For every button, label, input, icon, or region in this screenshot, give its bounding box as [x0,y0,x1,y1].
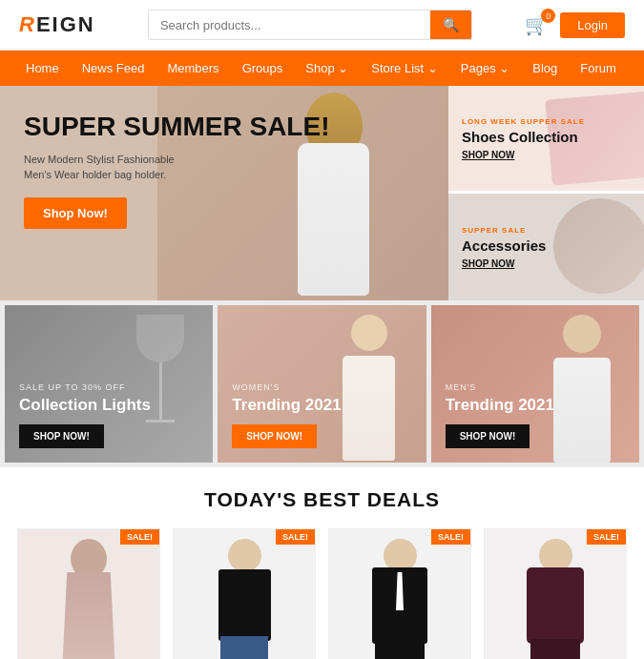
nav-members[interactable]: Members [156,51,230,86]
deals-title: TODAY'S BEST DEALS [17,488,627,511]
deals-grid: SALE! Fitch Shirt with Flannel Check $45… [17,528,627,659]
hero-description: New Modern Stylist Fashionable Men's Wea… [24,152,200,183]
deal-image-2: SALE! [174,529,315,659]
search-bar: 🔍 [148,10,472,40]
cart-wrap[interactable]: 🛒 0 [525,13,549,36]
men-content: MEN'S Trending 2021 SHOP NOW! [446,382,554,448]
logo[interactable]: REIGN [19,12,95,37]
deal-card-2: SALE! Cum exercitationem ad labore $30 $… [173,528,316,659]
category-women: WOMEN'S Trending 2021 SHOP NOW! [218,305,426,463]
men-tag: MEN'S [446,382,554,392]
nav-home[interactable]: Home [14,51,71,86]
main-nav: Home News Feed Members Groups Shop ⌄ Sto… [0,51,644,86]
nav-blog[interactable]: Blog [521,51,569,86]
deals-section: TODAY'S BEST DEALS SALE! Fitch Shirt wit… [0,467,644,659]
hero-side-shoes: LONG WEEK SUPPER SALE Shoes Collection S… [448,86,644,194]
sale-badge-3: SALE! [431,529,470,545]
hero-main: SUPER SUMMER SALE! New Modern Stylist Fa… [0,86,448,300]
accessories-tag: SUPPER SALE [462,226,631,235]
shoes-link[interactable]: SHOP NOW [462,150,631,160]
shoes-tag: LONG WEEK SUPPER SALE [462,117,631,126]
men-title: Trending 2021 [446,396,554,415]
nav-shop[interactable]: Shop ⌄ [294,51,360,86]
women-btn[interactable]: SHOP NOW! [232,424,317,448]
hero-side: LONG WEEK SUPPER SALE Shoes Collection S… [448,86,644,300]
nav-groups[interactable]: Groups [231,51,295,86]
header: REIGN 🔍 🛒 0 Login [0,0,644,51]
women-tag: WOMEN'S [232,382,341,392]
nav-newsfeed[interactable]: News Feed [71,51,156,86]
logo-r: R [19,12,36,36]
men-btn[interactable]: SHOP NOW! [446,424,530,448]
lights-content: SALE UP TO 30% OFF Collection Lights SHO… [19,382,151,448]
deal-card-3: SALE! Robomax Roller suit design $39 $35 [328,528,471,659]
nav-storelist[interactable]: Store List ⌄ [360,51,449,86]
sale-badge-1: SALE! [120,529,159,545]
nav-forum[interactable]: Forum [569,51,628,86]
hero-cta-button[interactable]: Shop Now! [24,197,127,229]
deal-card-4: SALE! Hoodie with Zip Through $19 $16 [484,528,627,659]
hero-side-accessories: SUPPER SALE Accessories SHOP NOW [448,194,644,300]
category-lights: SALE UP TO 30% OFF Collection Lights SHO… [5,305,213,463]
hero-content: SUPER SUMMER SALE! New Modern Stylist Fa… [24,113,329,229]
logo-text: EIGN [36,12,95,36]
lights-tag: SALE UP TO 30% OFF [19,382,151,392]
category-men: MEN'S Trending 2021 SHOP NOW! [431,305,639,463]
search-input[interactable] [149,10,430,39]
deal-image-4: SALE! [485,529,626,659]
login-button[interactable]: Login [560,12,625,38]
header-right: 🛒 0 Login [525,12,625,38]
sale-badge-2: SALE! [276,529,315,545]
shoes-title: Shoes Collection [462,129,631,145]
hero-title: SUPER SUMMER SALE! [24,113,329,142]
nav-pages[interactable]: Pages ⌄ [449,51,521,86]
search-button[interactable]: 🔍 [430,10,471,39]
category-section: SALE UP TO 30% OFF Collection Lights SHO… [0,300,644,467]
lights-title: Collection Lights [19,396,151,415]
deal-image-1: SALE! [18,529,159,659]
sale-badge-4: SALE! [587,529,626,545]
deal-card-1: SALE! Fitch Shirt with Flannel Check $45… [17,528,160,659]
lights-btn[interactable]: SHOP NOW! [19,424,104,448]
accessories-link[interactable]: SHOP NOW [462,258,631,269]
women-content: WOMEN'S Trending 2021 SHOP NOW! [232,382,341,448]
cart-badge: 0 [541,9,555,23]
accessories-title: Accessories [462,237,631,254]
women-title: Trending 2021 [232,396,341,415]
deal-image-3: SALE! [329,529,470,659]
hero-section: SUPER SUMMER SALE! New Modern Stylist Fa… [0,86,644,300]
